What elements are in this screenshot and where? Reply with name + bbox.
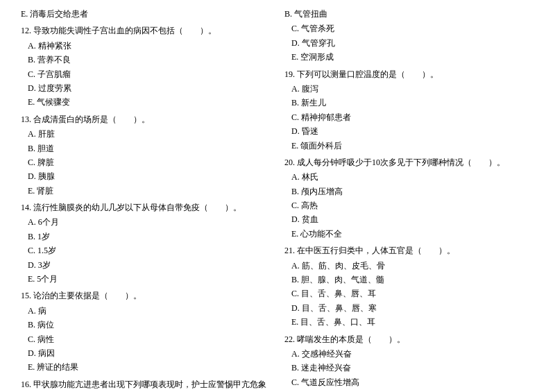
question-option: D. 过度劳累 xyxy=(21,81,271,95)
question-title: 16. 甲状腺功能亢进患者出现下列哪项表现时，护士应警惕甲亢危象的发生（ ）。 xyxy=(21,377,271,392)
question-title: 14. 流行性脑膜炎的幼儿几岁以下从母体自带免疫（ ）。 xyxy=(21,201,271,214)
question-option: D. 3岁 xyxy=(21,258,271,272)
question-option: C. 精神抑郁患者 xyxy=(284,110,534,124)
question-block: 15. 论治的主要依据是（ ）。A. 病B. 病位C. 病性D. 病因E. 辨证… xyxy=(21,289,271,374)
question-option: A. 精神紧张 xyxy=(21,39,271,53)
question-option: B. 1岁 xyxy=(21,230,271,244)
question-title: 13. 合成清蛋白的场所是（ ）。 xyxy=(21,112,271,126)
question-option: D. 目、舌、鼻、唇、寒 xyxy=(284,301,534,315)
question-option: B. 病位 xyxy=(21,318,271,332)
question-option: C. 气管杀死 xyxy=(284,22,534,35)
question-title: 22. 哮喘发生的本质是（ ）。 xyxy=(284,332,534,346)
question-option: E. 5个月 xyxy=(21,272,271,286)
question-option: A. 病 xyxy=(21,304,271,318)
question-option: C. 1.5岁 xyxy=(21,244,271,257)
question-option: C. 脾脏 xyxy=(21,155,271,169)
right-column: B. 气管扭曲C. 气管杀死D. 气管穿孔E. 空洞形成19. 下列可以测量口腔… xyxy=(284,7,534,392)
question-option: D. 免疫介导气道慢慢性炎症 xyxy=(284,389,534,392)
question-option: E. 辨证的结果 xyxy=(21,360,271,374)
question-option: B. 胆、腺、肉、气道、髓 xyxy=(284,273,534,287)
question-option: D. 昏迷 xyxy=(284,124,534,138)
question-block: 12. 导致功能失调性子宫出血的病因不包括（ ）。A. 精神紧张B. 营养不良C… xyxy=(21,24,271,109)
question-option: E. 目、舌、鼻、口、耳 xyxy=(284,315,534,329)
question-block: 21. 在中医五行归类中，人体五官是（ ）。A. 筋、筋、肉、皮毛、骨B. 胆、… xyxy=(284,244,534,329)
question-option: A. 肝脏 xyxy=(21,127,271,141)
question-option: A. 林氏 xyxy=(284,170,534,184)
question-title: 12. 导致功能失调性子宫出血的病因不包括（ ）。 xyxy=(21,24,271,37)
question-block: 19. 下列可以测量口腔温度的是（ ）。A. 腹泻B. 新生儿C. 精神抑郁患者… xyxy=(284,67,534,153)
question-option: E. 空洞形成 xyxy=(284,50,534,64)
question-option: A. 6个月 xyxy=(21,215,271,229)
question-option: B. 胆道 xyxy=(21,142,271,155)
question-option: C. 病性 xyxy=(21,332,271,346)
question-option: A. 腹泻 xyxy=(284,82,534,96)
question-option: A. 交感神经兴奋 xyxy=(284,347,534,361)
question-option: E. 心功能不全 xyxy=(284,227,534,241)
question-option: D. 胰腺 xyxy=(21,169,271,183)
question-option: C. 目、舌、鼻、唇、耳 xyxy=(284,287,534,300)
question-option: B. 颅内压增高 xyxy=(284,185,534,198)
question-title: B. 气管扭曲 xyxy=(284,7,534,21)
question-option: B. 营养不良 xyxy=(21,53,271,67)
question-option: C. 气道反应性增高 xyxy=(284,375,534,389)
question-option: E. 气候骤变 xyxy=(21,95,271,109)
question-option: E. 肾脏 xyxy=(21,184,271,198)
question-block: 16. 甲状腺功能亢进患者出现下列哪项表现时，护士应警惕甲亢危象的发生（ ）。A… xyxy=(21,377,271,392)
question-block: 13. 合成清蛋白的场所是（ ）。A. 肝脏B. 胆道C. 脾脏D. 胰腺E. … xyxy=(21,112,271,198)
question-title: 15. 论治的主要依据是（ ）。 xyxy=(21,289,271,302)
question-option: D. 气管穿孔 xyxy=(284,36,534,50)
question-title: 21. 在中医五行归类中，人体五官是（ ）。 xyxy=(284,244,534,257)
question-option: D. 病因 xyxy=(21,346,271,360)
question-option: E. 颌面外科后 xyxy=(284,139,534,153)
page-container: E. 消毒后交给患者12. 导致功能失调性子宫出血的病因不包括（ ）。A. 精神… xyxy=(21,7,534,392)
question-option: B. 新生儿 xyxy=(284,96,534,110)
question-option: B. 迷走神经兴奋 xyxy=(284,361,534,375)
question-title: E. 消毒后交给患者 xyxy=(21,7,271,21)
left-column: E. 消毒后交给患者12. 导致功能失调性子宫出血的病因不包括（ ）。A. 精神… xyxy=(21,7,271,392)
question-title: 19. 下列可以测量口腔温度的是（ ）。 xyxy=(284,67,534,81)
question-block: 22. 哮喘发生的本质是（ ）。A. 交感神经兴奋B. 迷走神经兴奋C. 气道反… xyxy=(284,332,534,392)
question-option: C. 高热 xyxy=(284,198,534,212)
question-option: C. 子宫肌瘤 xyxy=(21,67,271,81)
question-block: 14. 流行性脑膜炎的幼儿几岁以下从母体自带免疫（ ）。A. 6个月B. 1岁C… xyxy=(21,201,271,286)
question-title: 20. 成人每分钟呼吸少于10次多见于下列哪种情况（ ）。 xyxy=(284,155,534,169)
question-block: B. 气管扭曲C. 气管杀死D. 气管穿孔E. 空洞形成 xyxy=(284,7,534,65)
question-option: D. 贫血 xyxy=(284,212,534,226)
question-block: E. 消毒后交给患者 xyxy=(21,7,271,21)
question-option: A. 筋、筋、肉、皮毛、骨 xyxy=(284,259,534,273)
question-block: 20. 成人每分钟呼吸少于10次多见于下列哪种情况（ ）。A. 林氏B. 颅内压… xyxy=(284,155,534,241)
